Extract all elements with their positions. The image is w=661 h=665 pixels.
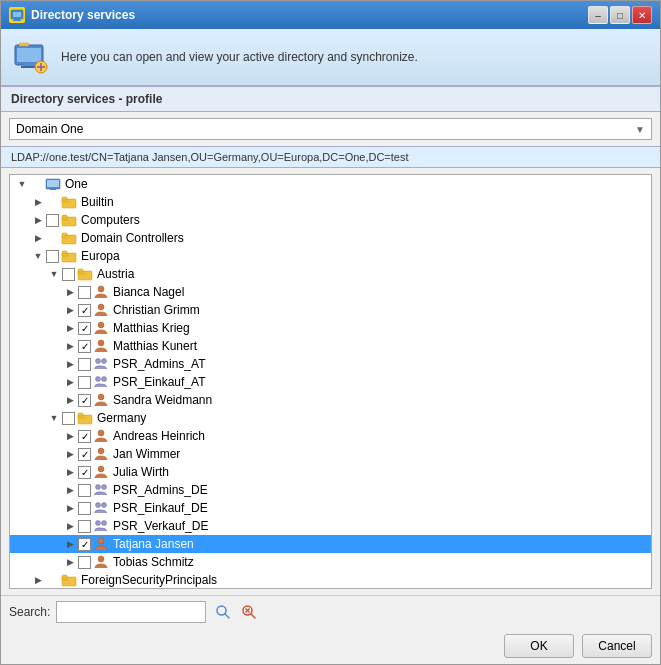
tree-node-christian[interactable]: ▶✓ Christian Grimm: [10, 301, 651, 319]
tree-node-julia[interactable]: ▶✓ Julia Wirth: [10, 463, 651, 481]
checkbox-psr-einkauf-at[interactable]: [78, 376, 91, 389]
folder-icon-builtin: [61, 194, 77, 210]
tree-node-psr-einkauf-de[interactable]: ▶ PSR_Einkauf_DE: [10, 499, 651, 517]
expander-matthias-ku[interactable]: ▶: [62, 338, 78, 354]
expander-julia[interactable]: ▶: [62, 464, 78, 480]
maximize-button[interactable]: □: [610, 6, 630, 24]
checkbox-matthias-ku[interactable]: ✓: [78, 340, 91, 353]
node-label-psr-einkauf-de: PSR_Einkauf_DE: [113, 501, 208, 515]
title-bar-left: Directory services: [9, 7, 135, 23]
node-label-tobias: Tobias Schmitz: [113, 555, 194, 569]
expander-tobias[interactable]: ▶: [62, 554, 78, 570]
svg-rect-14: [50, 189, 56, 190]
close-button[interactable]: ✕: [632, 6, 652, 24]
tree-node-europa[interactable]: ▼ Europa: [10, 247, 651, 265]
node-label-christian: Christian Grimm: [113, 303, 200, 317]
tree-node-psr-admins-at[interactable]: ▶ PSR_Admins_AT: [10, 355, 651, 373]
expander-tatjana[interactable]: ▶: [62, 536, 78, 552]
checkbox-psr-admins-de[interactable]: [78, 484, 91, 497]
expander-psr-einkauf-at[interactable]: ▶: [62, 374, 78, 390]
tree-node-builtin[interactable]: ▶ Builtin: [10, 193, 651, 211]
expander-domain-ctrl[interactable]: ▶: [30, 230, 46, 246]
profile-dropdown[interactable]: Domain One ▼: [9, 118, 652, 140]
tree-node-one[interactable]: ▼ One: [10, 175, 651, 193]
group-icon-psr-admins-de: [93, 482, 109, 498]
checkbox-julia[interactable]: ✓: [78, 466, 91, 479]
expander-builtin[interactable]: ▶: [30, 194, 46, 210]
checkbox-christian[interactable]: ✓: [78, 304, 91, 317]
dropdown-arrow-icon: ▼: [635, 124, 645, 135]
expander-one[interactable]: ▼: [14, 176, 30, 192]
svg-rect-20: [62, 215, 67, 218]
expander-computers[interactable]: ▶: [30, 212, 46, 228]
checkbox-bianca[interactable]: [78, 286, 91, 299]
expander-psr-admins-de[interactable]: ▶: [62, 482, 78, 498]
tree-node-psr-einkauf-at[interactable]: ▶ PSR_Einkauf_AT: [10, 373, 651, 391]
expander-austria[interactable]: ▼: [46, 266, 62, 282]
checkbox-andreas[interactable]: ✓: [78, 430, 91, 443]
expander-bianca[interactable]: ▶: [62, 284, 78, 300]
search-input[interactable]: [56, 601, 206, 623]
expander-sandra[interactable]: ▶: [62, 392, 78, 408]
expander-foreign[interactable]: ▶: [30, 572, 46, 588]
user-icon-tobias: [93, 554, 109, 570]
tree-node-austria[interactable]: ▼ Austria: [10, 265, 651, 283]
node-label-europa: Europa: [81, 249, 120, 263]
expander-jan[interactable]: ▶: [62, 446, 78, 462]
search-clear-button[interactable]: [238, 601, 260, 623]
node-label-one: One: [65, 177, 88, 191]
tree-node-psr-admins-de[interactable]: ▶ PSR_Admins_DE: [10, 481, 651, 499]
folder-icon-computers: [61, 212, 77, 228]
group-icon-psr-admins-at: [93, 356, 109, 372]
tree-node-computers[interactable]: ▶ Computers: [10, 211, 651, 229]
directory-icon: [13, 39, 49, 75]
checkbox-psr-verkauf-de[interactable]: [78, 520, 91, 533]
expander-christian[interactable]: ▶: [62, 302, 78, 318]
tree-node-germany[interactable]: ▼ Germany: [10, 409, 651, 427]
svg-point-31: [98, 304, 104, 310]
expander-psr-verkauf-de[interactable]: ▶: [62, 518, 78, 534]
title-buttons: – □ ✕: [588, 6, 652, 24]
expander-psr-einkauf-de[interactable]: ▶: [62, 500, 78, 516]
expander-europa[interactable]: ▼: [30, 248, 46, 264]
tree-node-domain-ctrl[interactable]: ▶ Domain Controllers: [10, 229, 651, 247]
node-label-sandra: Sandra Weidmann: [113, 393, 212, 407]
checkbox-germany[interactable]: [62, 412, 75, 425]
checkbox-jan[interactable]: ✓: [78, 448, 91, 461]
minimize-button[interactable]: –: [588, 6, 608, 24]
checkbox-matthias-k[interactable]: ✓: [78, 322, 91, 335]
expander-psr-admins-at[interactable]: ▶: [62, 356, 78, 372]
checkbox-psr-einkauf-de[interactable]: [78, 502, 91, 515]
tree-node-foreign[interactable]: ▶ ForeignSecurityPrincipals: [10, 571, 651, 589]
expander-andreas[interactable]: ▶: [62, 428, 78, 444]
search-magnifier-button[interactable]: [212, 601, 234, 623]
ok-button[interactable]: OK: [504, 634, 574, 658]
checkbox-austria[interactable]: [62, 268, 75, 281]
tree-node-tobias[interactable]: ▶ Tobias Schmitz: [10, 553, 651, 571]
checkbox-sandra[interactable]: ✓: [78, 394, 91, 407]
tree-node-matthias-k[interactable]: ▶✓ Matthias Krieg: [10, 319, 651, 337]
expander-germany[interactable]: ▼: [46, 410, 62, 426]
tree-container[interactable]: ▼ One▶ Builtin▶ Computers▶ Domain Contro…: [9, 174, 652, 589]
svg-point-30: [98, 286, 104, 292]
user-icon-julia: [93, 464, 109, 480]
svg-point-52: [98, 556, 104, 562]
tree-node-matthias-ku[interactable]: ▶✓ Matthias Kunert: [10, 337, 651, 355]
checkbox-tatjana[interactable]: ✓: [78, 538, 91, 551]
expander-matthias-k[interactable]: ▶: [62, 320, 78, 336]
tree-node-jan[interactable]: ▶✓ Jan Wimmer: [10, 445, 651, 463]
cancel-button[interactable]: Cancel: [582, 634, 652, 658]
tree-node-sandra[interactable]: ▶✓ Sandra Weidmann: [10, 391, 651, 409]
tree-node-tatjana[interactable]: ▶✓ Tatjana Jansen: [10, 535, 651, 553]
checkbox-tobias[interactable]: [78, 556, 91, 569]
tree-node-bianca[interactable]: ▶ Bianca Nagel: [10, 283, 651, 301]
checkbox-computers[interactable]: [46, 214, 59, 227]
node-label-tatjana: Tatjana Jansen: [113, 537, 194, 551]
tree-node-psr-verkauf-de[interactable]: ▶ PSR_Verkauf_DE: [10, 517, 651, 535]
checkbox-psr-admins-at[interactable]: [78, 358, 91, 371]
checkbox-europa[interactable]: [46, 250, 59, 263]
svg-point-42: [98, 430, 104, 436]
svg-rect-17: [62, 197, 67, 200]
svg-rect-8: [19, 43, 29, 46]
tree-node-andreas[interactable]: ▶✓ Andreas Heinrich: [10, 427, 651, 445]
